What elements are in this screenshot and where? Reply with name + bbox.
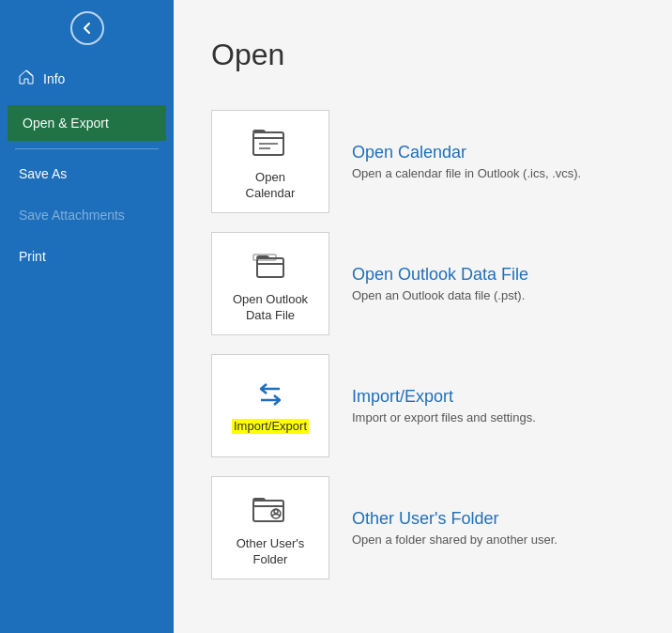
sidebar-item-info-label: Info: [43, 71, 65, 86]
option-title-import-export: Import/Export: [352, 387, 536, 407]
open-calendar-tile-label: Open Calendar: [246, 170, 296, 202]
option-desc-open-outlook: Open an Outlook data file (.pst).: [352, 288, 528, 302]
back-circle-icon: [70, 11, 104, 45]
back-button[interactable]: [0, 0, 174, 56]
sidebar-divider: [15, 148, 159, 149]
option-title-open-calendar: Open Calendar: [352, 143, 581, 162]
option-desc-open-calendar: Open a calendar file in Outlook (.ics, .…: [352, 166, 581, 180]
sidebar-item-open-export-label: Open & Export: [23, 116, 109, 131]
page-title: Open: [211, 38, 634, 72]
option-info-other-users-folder: Other User's Folder Open a folder shared…: [352, 509, 557, 547]
other-users-folder-icon: [250, 487, 291, 529]
option-info-open-calendar: Open Calendar Open a calendar file in Ou…: [352, 143, 581, 180]
sidebar-item-open-export[interactable]: Open & Export: [8, 105, 166, 141]
option-tile-import-export[interactable]: Import/Export: [211, 354, 329, 457]
sidebar-item-save-attachments-label: Save Attachments: [19, 208, 125, 223]
sidebar-item-save-as-label: Save As: [19, 166, 67, 181]
options-list: Open Calendar Open Calendar Open a calen…: [211, 100, 634, 589]
sidebar-item-save-attachments: Save Attachments: [0, 194, 174, 236]
sidebar-item-print-label: Print: [19, 249, 46, 264]
option-desc-import-export: Import or export files and settings.: [352, 410, 536, 425]
sidebar-item-info[interactable]: Info: [0, 56, 174, 101]
option-tile-other-users-folder[interactable]: Other User's Folder: [211, 476, 329, 579]
option-other-users-folder[interactable]: Other User's Folder Other User's Folder …: [211, 467, 634, 589]
open-calendar-icon: [250, 121, 291, 162]
svg-rect-3: [257, 258, 283, 277]
import-export-icon: [250, 378, 291, 411]
option-open-calendar[interactable]: Open Calendar Open Calendar Open a calen…: [211, 100, 634, 223]
sidebar-item-save-as[interactable]: Save As: [0, 153, 174, 194]
option-open-outlook-data-file[interactable]: Open Outlook Data File Open Outlook Data…: [211, 223, 634, 345]
option-import-export[interactable]: Import/Export Import/Export Import or ex…: [211, 345, 634, 467]
open-outlook-tile-label: Open Outlook Data File: [233, 292, 308, 324]
sidebar-item-print[interactable]: Print: [0, 236, 174, 277]
option-title-open-outlook: Open Outlook Data File: [352, 265, 528, 285]
import-export-tile-label: Import/Export: [232, 419, 309, 435]
open-outlook-icon: [250, 243, 291, 285]
option-info-import-export: Import/Export Import or export files and…: [352, 387, 536, 425]
option-tile-open-calendar[interactable]: Open Calendar: [211, 110, 329, 213]
sidebar: Info Open & Export Save As Save Attachme…: [0, 0, 174, 633]
option-tile-open-outlook[interactable]: Open Outlook Data File: [211, 232, 329, 335]
option-desc-other-users-folder: Open a folder shared by another user.: [352, 533, 557, 547]
home-icon: [19, 69, 34, 88]
other-users-folder-tile-label: Other User's Folder: [237, 536, 305, 568]
option-info-open-outlook: Open Outlook Data File Open an Outlook d…: [352, 265, 528, 302]
main-content: Open Open Calendar Open Calenda: [174, 0, 672, 633]
option-title-other-users-folder: Other User's Folder: [352, 509, 557, 529]
